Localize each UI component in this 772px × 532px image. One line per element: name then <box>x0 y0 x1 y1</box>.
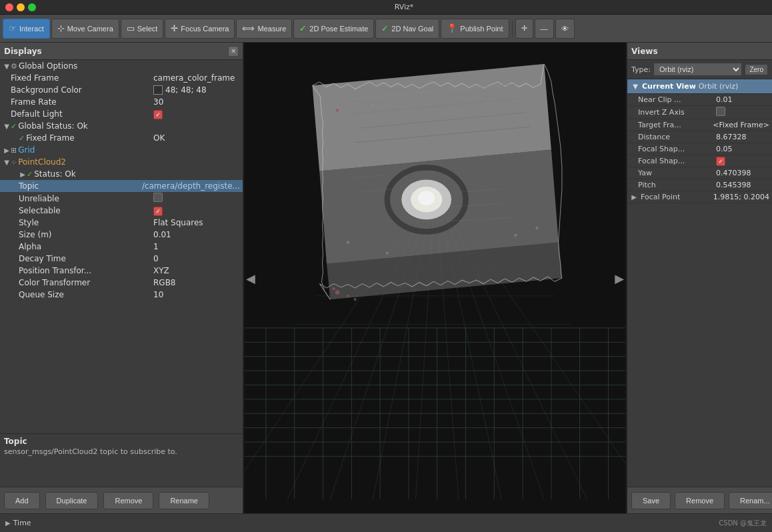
global-status-row[interactable]: ▼ ✓ Global Status: Ok <box>0 120 243 132</box>
position-transformer-row[interactable]: Position Transfor... XYZ <box>0 265 243 277</box>
svg-point-58 <box>485 95 488 97</box>
unreliable-row[interactable]: Unreliable <box>0 192 243 205</box>
size-row[interactable]: Size (m) 0.01 <box>0 229 243 241</box>
default-light-row[interactable]: Default Light ✓ <box>0 108 243 120</box>
close-button[interactable] <box>5 3 13 11</box>
fixed-frame-label: Fixed Frame <box>11 73 153 83</box>
interact-label: Interact <box>19 25 44 33</box>
current-view-header[interactable]: ▼ Current View Orbit (rviz) <box>627 79 772 94</box>
viewport[interactable]: ◀ ▶ <box>243 43 627 513</box>
interact-button[interactable]: ☞ Interact <box>3 19 50 39</box>
color-transformer-value: RGB8 <box>153 278 240 287</box>
grid-row[interactable]: ▶ ⊞ Grid <box>0 144 243 156</box>
frame-rate-label: Frame Rate <box>11 97 153 107</box>
duplicate-button[interactable]: Duplicate <box>45 492 99 509</box>
status-fixed-frame-row[interactable]: ✓ Fixed Frame OK <box>0 132 243 144</box>
focal-shap2-checkbox[interactable]: ✓ <box>716 157 725 166</box>
focal-shap2-label: Focal Shap... <box>638 157 716 165</box>
add-axis-button[interactable]: ✛ <box>515 19 533 39</box>
nav-goal-button[interactable]: ✓ 2D Nav Goal <box>375 19 439 39</box>
focal-point-value: 1.9815; 0.2004 <box>713 193 769 201</box>
grid-expand: ▶ <box>3 147 11 154</box>
camera-icon: 👁 <box>561 25 569 33</box>
grid-label: Grid <box>18 145 240 155</box>
near-clip-row[interactable]: Near Clip ... 0.01 <box>627 94 772 106</box>
minimize-button[interactable] <box>17 3 25 11</box>
default-light-checkbox[interactable]: ✓ <box>153 110 163 119</box>
distance-row[interactable]: Distance 8.67328 <box>627 131 772 143</box>
minus-button[interactable]: — <box>535 19 554 39</box>
fixed-frame-row[interactable]: Fixed Frame camera_color_frame <box>0 72 243 84</box>
focus-camera-button[interactable]: ✛ Focus Camera <box>165 19 235 39</box>
invert-z-checkbox[interactable] <box>716 107 725 116</box>
status-time: ▶ Time <box>5 519 31 527</box>
global-options-expand: ▼ <box>3 63 11 70</box>
unreliable-checkbox[interactable] <box>153 193 163 202</box>
style-row[interactable]: Style Flat Squares <box>0 217 243 229</box>
topic-label: Topic <box>19 181 142 191</box>
global-status-expand: ▼ <box>3 123 11 130</box>
viewport-arrow-right[interactable]: ▶ <box>615 271 624 285</box>
target-frame-label: Target Fra... <box>638 121 713 129</box>
rename-button[interactable]: Rename <box>159 492 209 509</box>
queue-size-row[interactable]: Queue Size 10 <box>0 289 243 301</box>
global-options-row[interactable]: ▼ ⚙ Global Options <box>0 60 243 72</box>
views-zero-button[interactable]: Zero <box>745 64 768 75</box>
topic-row[interactable]: Topic /camera/depth_registe... <box>0 180 243 192</box>
pointcloud2-row[interactable]: ▼ ⁘ PointCloud2 <box>0 156 243 168</box>
focal-point-row[interactable]: ▶ Focal Point 1.9815; 0.2004 <box>627 191 772 203</box>
measure-icon: ⟺ <box>242 23 255 33</box>
views-remove-button[interactable]: Remove <box>675 492 725 509</box>
frame-rate-value: 30 <box>153 97 240 107</box>
pitch-label: Pitch <box>638 181 716 189</box>
near-clip-value: 0.01 <box>716 95 769 104</box>
pitch-row[interactable]: Pitch 0.545398 <box>627 179 772 191</box>
window-title: RViz* <box>41 3 767 11</box>
measure-button[interactable]: ⟺ Measure <box>236 19 292 39</box>
time-expand-icon: ▶ <box>5 519 11 527</box>
selectable-row[interactable]: Selectable ✓ <box>0 205 243 217</box>
yaw-row[interactable]: Yaw 0.470398 <box>627 167 772 179</box>
queue-size-label: Queue Size <box>19 290 153 299</box>
add-button[interactable]: Add <box>4 492 40 509</box>
pc2-status-row[interactable]: ▶ ✓ Status: Ok <box>0 168 243 180</box>
viewport-canvas: ◀ ▶ <box>243 43 627 513</box>
displays-tree[interactable]: ▼ ⚙ Global Options Fixed Frame camera_co… <box>0 60 243 433</box>
selectable-checkbox[interactable]: ✓ <box>153 207 163 216</box>
frame-rate-row[interactable]: Frame Rate 30 <box>0 96 243 108</box>
views-rename-button[interactable]: Renam... <box>729 492 772 509</box>
views-save-button[interactable]: Save <box>631 492 671 509</box>
alpha-value: 1 <box>153 242 240 251</box>
alpha-row[interactable]: Alpha 1 <box>0 241 243 253</box>
add-axis-icon: ✛ <box>521 24 527 33</box>
select-button[interactable]: ▭ Select <box>121 19 164 39</box>
invert-z-row[interactable]: Invert Z Axis <box>627 106 772 119</box>
publish-point-button[interactable]: 📍 Publish Point <box>441 19 509 39</box>
maximize-button[interactable] <box>28 3 36 11</box>
nav-goal-label: 2D Nav Goal <box>391 25 433 33</box>
viewport-arrow-left[interactable]: ◀ <box>246 271 255 285</box>
decay-time-row[interactable]: Decay Time 0 <box>0 253 243 265</box>
camera-button[interactable]: 👁 <box>555 19 575 39</box>
remove-button[interactable]: Remove <box>103 492 153 509</box>
target-frame-row[interactable]: Target Fra... <Fixed Frame> <box>627 119 772 131</box>
unreliable-label: Unreliable <box>19 194 153 203</box>
focal-shap1-row[interactable]: Focal Shap... 0.05 <box>627 143 772 155</box>
color-transformer-row[interactable]: Color Transformer RGB8 <box>0 277 243 289</box>
invert-z-label: Invert Z Axis <box>638 108 716 117</box>
focal-shap2-row[interactable]: Focal Shap... ✓ <box>627 155 772 167</box>
global-options-label: Global Options <box>19 61 240 71</box>
measure-label: Measure <box>257 25 286 33</box>
pc2-status-label: Status: Ok <box>34 169 240 179</box>
pose-estimate-button[interactable]: ✓ 2D Pose Estimate <box>293 19 374 39</box>
displays-panel-close[interactable]: ✕ <box>228 46 239 57</box>
watermark: CSDN @鬼王龙 <box>719 519 767 528</box>
move-camera-button[interactable]: ⊹ Move Camera <box>51 19 119 39</box>
background-color-row[interactable]: Background Color 48; 48; 48 <box>0 84 243 96</box>
status-fixed-frame-label: Fixed Frame <box>26 133 153 143</box>
displays-panel-title: Displays <box>4 47 42 56</box>
window-controls[interactable] <box>5 3 36 11</box>
titlebar: RViz* <box>0 0 772 15</box>
svg-point-59 <box>514 100 517 103</box>
views-type-select[interactable]: Orbit (rviz) <box>653 63 742 76</box>
